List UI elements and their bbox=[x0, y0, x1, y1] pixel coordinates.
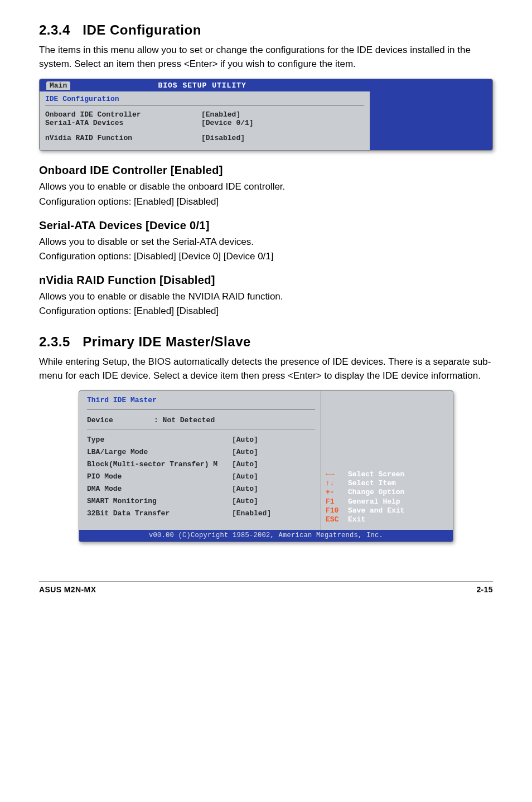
section-2-3-5-header: 2.3.5 Primary IDE Master/Slave bbox=[39, 334, 493, 350]
legend-key: F1 bbox=[326, 497, 348, 506]
body-text: Configuration options: [Disabled] [Devic… bbox=[39, 250, 493, 264]
bios-setting-value: [Auto] bbox=[232, 495, 258, 508]
bios-setting-label: LBA/Large Mode bbox=[87, 446, 232, 458]
bios-key-legend: ←→Select Screen ↑↓Select Item +-Change O… bbox=[326, 470, 448, 525]
legend-text: Select Item bbox=[348, 479, 396, 487]
table-row: LBA/Large Mode[Auto] bbox=[87, 446, 315, 458]
table-row: Block(Multi-sector Transfer) M[Auto] bbox=[87, 458, 315, 471]
table-row: Serial-ATA Devices [Device 0/1] bbox=[45, 119, 364, 127]
table-row: DMA Mode[Auto] bbox=[87, 483, 315, 495]
bios-setting-label: 32Bit Data Transfer bbox=[87, 508, 232, 520]
bios-setting-value: [Enabled] bbox=[232, 508, 271, 520]
legend-text: Exit bbox=[348, 515, 365, 524]
section-title: Primary IDE Master/Slave bbox=[83, 334, 251, 349]
body-text: Allows you to disable or set the Serial-… bbox=[39, 235, 493, 249]
bios-setting-label: Block(Multi-sector Transfer) M bbox=[87, 458, 232, 471]
bios-setting-value: [Disabled] bbox=[201, 134, 245, 142]
bios-setting-label: PIO Mode bbox=[87, 471, 232, 483]
bios-device-value: : Not Detected bbox=[154, 414, 215, 427]
table-row: SMART Monitoring[Auto] bbox=[87, 495, 315, 508]
bios-setting-label: Onboard IDE Controller bbox=[45, 110, 201, 119]
bios-setting-value: [Enabled] bbox=[201, 110, 240, 119]
body-text: Allows you to enable or disable the NVID… bbox=[39, 290, 493, 304]
body-text: Allows you to enable or disable the onbo… bbox=[39, 180, 493, 194]
bios-setting-label: nVidia RAID Function bbox=[45, 134, 201, 142]
legend-key: ESC bbox=[326, 515, 348, 524]
bios-copyright-footer: v00.00 (C)Copyright 1985-2002, American … bbox=[79, 530, 453, 542]
table-row: Type[Auto] bbox=[87, 434, 315, 446]
bios-setting-label: Serial-ATA Devices bbox=[45, 119, 201, 127]
section-number: 2.3.4 bbox=[39, 22, 70, 37]
page-footer: ASUS M2N-MX 2-15 bbox=[39, 581, 493, 594]
legend-text: General Help bbox=[348, 497, 400, 506]
legend-text: Save and Exit bbox=[348, 506, 404, 515]
legend-key: ↑↓ bbox=[326, 479, 348, 488]
subhead-onboard-ide: Onboard IDE Controller [Enabled] bbox=[39, 164, 493, 177]
bios-setting-value: [Auto] bbox=[232, 483, 258, 495]
bios-device-label: Device bbox=[87, 414, 154, 427]
bios-screenshot-ide-master: Main Advanced Power Boot Tools Exit BIOS… bbox=[79, 390, 453, 542]
table-row: Onboard IDE Controller [Enabled] bbox=[45, 110, 364, 119]
section-number: 2.3.5 bbox=[39, 334, 70, 349]
table-row: nVidia RAID Function [Disabled] bbox=[45, 134, 364, 142]
legend-key: F10 bbox=[326, 506, 348, 515]
bios-panel-heading: IDE Configuration bbox=[45, 95, 364, 103]
footer-page-number: 2-15 bbox=[476, 585, 493, 594]
bios-setting-label: Type bbox=[87, 434, 232, 446]
section-2-3-4-intro: The items in this menu allow you to set … bbox=[39, 44, 493, 71]
legend-key: +- bbox=[326, 488, 348, 497]
section-2-3-5-intro: While entering Setup, the BIOS automatic… bbox=[39, 355, 493, 383]
subhead-serial-ata: Serial-ATA Devices [Device 0/1] bbox=[39, 219, 493, 232]
section-title: IDE Configuration bbox=[83, 22, 201, 37]
table-row: PIO Mode[Auto] bbox=[87, 471, 315, 483]
bios-setting-label: SMART Monitoring bbox=[87, 495, 232, 508]
bios-utility-title: BIOS SETUP UTILITY bbox=[70, 81, 334, 90]
legend-text: Select Screen bbox=[348, 470, 404, 479]
body-text: Configuration options: [Enabled] [Disabl… bbox=[39, 195, 493, 209]
table-row: 32Bit Data Transfer[Enabled] bbox=[87, 508, 315, 520]
bios-tab-main: Main bbox=[46, 81, 70, 90]
legend-key: ←→ bbox=[326, 470, 348, 479]
bios-setting-value: [Device 0/1] bbox=[201, 119, 254, 127]
section-2-3-4-header: 2.3.4 IDE Configuration bbox=[39, 22, 493, 38]
footer-product: ASUS M2N-MX bbox=[39, 585, 96, 594]
bios-screenshot-ide-config: Main BIOS SETUP UTILITY IDE Configuratio… bbox=[39, 79, 493, 151]
subhead-nvidia-raid: nVidia RAID Function [Disabled] bbox=[39, 274, 493, 287]
bios-setting-label: DMA Mode bbox=[87, 483, 232, 495]
body-text: Configuration options: [Enabled] [Disabl… bbox=[39, 305, 493, 318]
bios-setting-value: [Auto] bbox=[232, 458, 258, 471]
bios-panel-heading: Third IDE Master bbox=[87, 394, 315, 407]
table-row bbox=[45, 127, 364, 134]
bios-setting-value: [Auto] bbox=[232, 446, 258, 458]
bios-setting-value: [Auto] bbox=[232, 434, 258, 446]
legend-text: Change Option bbox=[348, 488, 404, 496]
table-row: Device : Not Detected bbox=[87, 414, 315, 427]
bios-setting-value: [Auto] bbox=[232, 471, 258, 483]
